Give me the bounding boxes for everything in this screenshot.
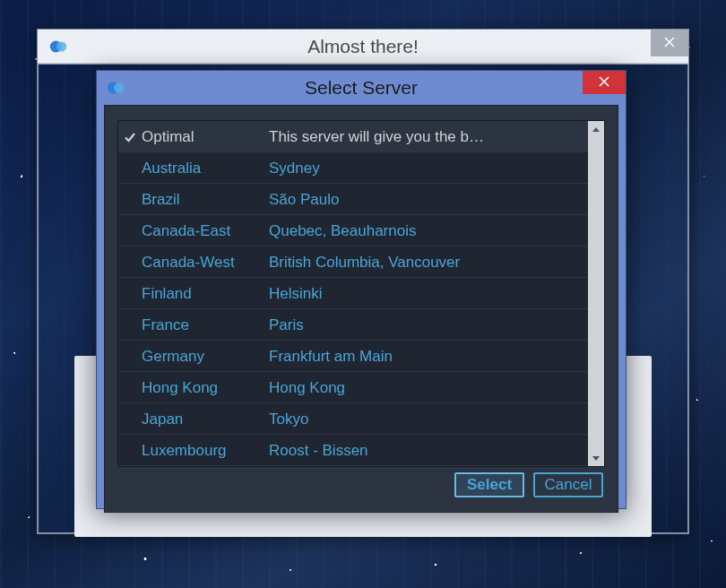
check-icon [124, 121, 140, 152]
parent-close-button[interactable] [651, 30, 688, 56]
server-location-row[interactable]: Hong Kong [265, 372, 588, 403]
server-name: Brazil [142, 191, 180, 208]
server-location-column: This server will give you the b…SydneySã… [265, 121, 588, 466]
server-row[interactable]: Australia [118, 152, 265, 184]
close-icon [664, 35, 675, 51]
parent-titlebar[interactable]: Almost there! [38, 30, 688, 64]
scrollbar[interactable] [588, 121, 604, 466]
server-location-row[interactable]: Tokyo [265, 403, 588, 435]
select-button[interactable]: Select [454, 472, 524, 497]
dialog-actions: Select Cancel [117, 467, 605, 503]
select-server-dialog: Select Server OptimalAustraliaBrazilCana… [96, 70, 627, 509]
server-row[interactable]: Germany [118, 341, 265, 372]
server-name: Luxembourg [142, 442, 227, 459]
svg-point-1 [56, 41, 66, 51]
parent-window-title: Almost there! [38, 36, 688, 57]
server-location-row[interactable]: Roost - Bissen [265, 435, 588, 466]
cancel-button[interactable]: Cancel [533, 472, 603, 497]
server-name-column: OptimalAustraliaBrazilCanada-EastCanada-… [118, 121, 265, 466]
server-name: Optimal [142, 128, 194, 145]
server-location-row[interactable]: British Columbia, Vancouver [265, 246, 588, 278]
dialog-body: OptimalAustraliaBrazilCanada-EastCanada-… [104, 105, 618, 513]
server-name: Canada-East [142, 222, 230, 239]
server-name: Finland [142, 285, 192, 302]
scroll-up-icon[interactable] [588, 121, 604, 137]
server-name: Canada-West [142, 254, 235, 271]
server-row[interactable]: Japan [118, 403, 265, 435]
server-name: Australia [142, 160, 201, 177]
server-row[interactable]: Optimal [118, 121, 265, 152]
server-location-row[interactable]: São Paulo [265, 184, 588, 215]
server-row[interactable]: Brazil [118, 184, 265, 215]
server-location-row[interactable]: Paris [265, 309, 588, 341]
dialog-title: Select Server [97, 77, 626, 99]
dialog-close-button[interactable] [583, 71, 626, 94]
app-logo-icon [106, 78, 125, 98]
dialog-titlebar[interactable]: Select Server [97, 71, 626, 105]
server-row[interactable]: France [118, 309, 265, 341]
svg-point-5 [114, 83, 124, 93]
server-name: Japan [142, 411, 183, 428]
server-name: Germany [142, 348, 204, 365]
server-location-row[interactable]: Frankfurt am Main [265, 341, 588, 372]
server-name: Hong Kong [142, 379, 218, 396]
server-row[interactable]: Finland [118, 278, 265, 309]
scroll-thumb[interactable] [589, 137, 603, 415]
server-location-row[interactable]: Quebec, Beauharnois [265, 215, 588, 246]
close-icon [599, 74, 609, 91]
server-location-row[interactable]: Sydney [265, 152, 588, 184]
server-location-row[interactable]: Helsinki [265, 278, 588, 309]
scroll-down-icon[interactable] [588, 450, 604, 466]
server-row[interactable]: Canada-East [118, 215, 265, 246]
server-list: OptimalAustraliaBrazilCanada-EastCanada-… [117, 120, 605, 467]
server-row[interactable]: Canada-West [118, 246, 265, 278]
server-name: France [142, 316, 189, 333]
server-row[interactable]: Hong Kong [118, 372, 265, 403]
server-location-row[interactable]: This server will give you the b… [265, 121, 588, 152]
server-row[interactable]: Luxembourg [118, 435, 265, 466]
app-logo-icon [48, 37, 68, 56]
